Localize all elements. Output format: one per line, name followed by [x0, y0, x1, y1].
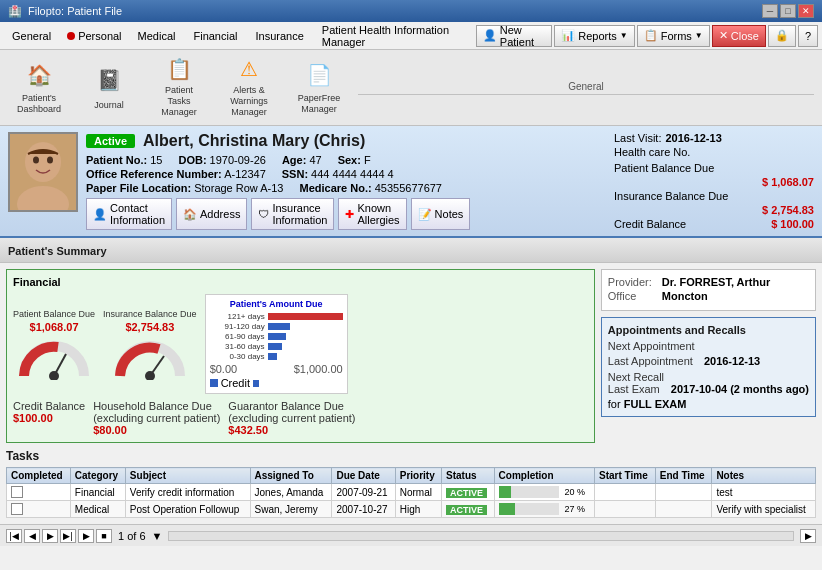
task-due-date-cell: 2007-10-27 — [332, 501, 395, 518]
patient-details: Active Albert, Christina Mary (Chris) Pa… — [86, 132, 606, 230]
office-ref-field: Office Reference Number: A-12347 — [86, 168, 266, 180]
col-priority: Priority — [395, 468, 441, 484]
financial-panel: Financial Patient Balance Due $1,068.07 … — [6, 269, 595, 443]
menu-tab-phim[interactable]: Patient Health Information Manager — [314, 22, 472, 50]
office-row: Office Moncton — [608, 290, 809, 302]
lock-icon: 🔒 — [775, 29, 789, 42]
col-notes: Notes — [712, 468, 816, 484]
completion-text: 27 % — [565, 504, 586, 514]
svg-line-6 — [54, 354, 66, 376]
col-assigned: Assigned To — [250, 468, 332, 484]
next-appt-row: Next Appointment — [608, 340, 809, 352]
dashboard-button[interactable]: 🏠 Patient'sDashboard — [8, 56, 70, 120]
notes-button[interactable]: 📝 Notes — [411, 198, 471, 230]
task-checkbox[interactable] — [11, 486, 23, 498]
provider-box: Provider: Dr. FORREST, Arthur Office Mon… — [601, 269, 816, 311]
reports-icon: 📊 — [561, 29, 575, 42]
age-field: Age: 47 — [282, 154, 322, 166]
new-patient-button[interactable]: 👤 New Patient — [476, 25, 552, 47]
tasks-table: Completed Category Subject Assigned To D… — [6, 467, 816, 518]
paperfree-button[interactable]: 📄 PaperFreeManager — [288, 56, 350, 120]
menu-tab-insurance[interactable]: Insurance — [248, 28, 312, 44]
last-page-button[interactable]: ▶| — [60, 529, 76, 543]
col-due-date: Due Date — [332, 468, 395, 484]
insurance-info-button[interactable]: 🛡 InsuranceInformation — [251, 198, 334, 230]
status-badge-active: ACTIVE — [446, 488, 487, 498]
app-icon: 🏥 — [8, 5, 22, 18]
financial-title: Financial — [13, 276, 588, 288]
window-title: Filopto: Patient File — [28, 5, 122, 17]
patient-no-value: 15 — [150, 154, 162, 166]
journal-button[interactable]: 📓 Journal — [78, 56, 140, 120]
svg-point-1 — [25, 142, 61, 182]
task-due-date-cell: 2007-09-21 — [332, 484, 395, 501]
medicare-field: Medicare No.: 45355677677 — [299, 182, 442, 194]
task-checkbox[interactable] — [11, 503, 23, 515]
appointments-title: Appointments and Recalls — [608, 324, 809, 336]
contact-button[interactable]: 👤 ContactInformation — [86, 198, 172, 230]
prev-page-button[interactable]: ◀ — [24, 529, 40, 543]
menu-tab-personal[interactable]: Personal — [61, 25, 127, 47]
horizontal-scrollbar[interactable] — [168, 531, 794, 541]
bar-31-fill — [268, 343, 282, 350]
insurance-balance-gauge: Insurance Balance Due $2,754.83 — [103, 309, 197, 380]
lock-button[interactable]: 🔒 — [768, 25, 796, 47]
task-priority-cell: High — [395, 501, 441, 518]
address-button[interactable]: 🏠 Address — [176, 198, 247, 230]
help-button[interactable]: ? — [798, 25, 818, 47]
credit-bar — [253, 380, 259, 387]
paper-file-field: Paper File Location: Storage Row A-13 — [86, 182, 283, 194]
insurance-balance-value: $ 2,754.83 — [614, 204, 814, 216]
minimize-button[interactable]: ─ — [762, 4, 778, 18]
menu-tab-financial[interactable]: Financial — [185, 28, 245, 44]
bar-axis: $0.00 $1,000.00 — [210, 363, 343, 375]
reports-button[interactable]: 📊 Reports ▼ — [554, 25, 634, 47]
page-info: 1 of 6 — [118, 530, 146, 542]
scroll-right-button[interactable]: ▶ — [800, 529, 816, 543]
allergies-button[interactable]: ✚ KnownAllergies — [338, 198, 406, 230]
forms-arrow-icon: ▼ — [695, 31, 703, 40]
bar-61-fill — [268, 333, 286, 340]
menu-tab-general[interactable]: General — [4, 28, 59, 44]
close-button[interactable]: ✕ Close — [712, 25, 766, 47]
credit-square — [210, 379, 218, 387]
maximize-button[interactable]: □ — [780, 4, 796, 18]
first-page-button[interactable]: |◀ — [6, 529, 22, 543]
completion-text: 20 % — [565, 487, 586, 497]
contact-icon: 👤 — [93, 208, 107, 221]
menu-tab-medical[interactable]: Medical — [130, 28, 184, 44]
task-start-time-cell — [595, 484, 656, 501]
col-end-time: End Time — [655, 468, 712, 484]
bar-row-31: 31-60 days — [210, 342, 343, 351]
insurance-icon: 🛡 — [258, 208, 269, 220]
next-page-button[interactable]: ▶ — [42, 529, 58, 543]
bar-chart: Patient's Amount Due 121+ days 91-120 da… — [205, 294, 348, 394]
stop-button[interactable]: ■ — [96, 529, 112, 543]
filter-icon[interactable]: ▼ — [152, 530, 163, 542]
tasks-title: Tasks — [6, 449, 816, 463]
patient-balance-value: $ 1,068.07 — [614, 176, 814, 188]
last-visit-row: Last Visit: 2016-12-13 — [614, 132, 814, 144]
credit-balance-row: Credit Balance $ 100.00 — [614, 218, 814, 230]
guarantor-balance-item: Guarantor Balance Due (excluding current… — [228, 400, 355, 436]
patient-name-row: Active Albert, Christina Mary (Chris) — [86, 132, 606, 150]
patient-tasks-button[interactable]: 📋 Patient TasksManager — [148, 56, 210, 120]
forms-button[interactable]: 📋 Forms ▼ — [637, 25, 710, 47]
bar-chart-title: Patient's Amount Due — [210, 299, 343, 309]
patient-name: Albert, Christina Mary (Chris) — [143, 132, 365, 150]
col-completion: Completion — [494, 468, 594, 484]
last-appt-row: Last Appointment 2016-12-13 — [608, 355, 809, 367]
alerts-button[interactable]: ⚠ Alerts & WarningsManager — [218, 56, 280, 120]
play-button[interactable]: ▶ — [78, 529, 94, 543]
task-completed-cell — [7, 484, 71, 501]
paperfree-icon: 📄 — [303, 61, 335, 89]
personal-dot — [67, 32, 75, 40]
window-close-button[interactable]: ✕ — [798, 4, 814, 18]
right-panel: Provider: Dr. FORREST, Arthur Office Mon… — [601, 269, 816, 443]
bar-121-fill — [268, 313, 343, 320]
patient-balance-gauge-label: Patient Balance Due — [13, 309, 95, 319]
task-end-time-cell — [655, 501, 712, 518]
task-status-cell: ACTIVE — [442, 501, 495, 518]
bar-row-91: 91-120 day — [210, 322, 343, 331]
provider-row: Provider: Dr. FORREST, Arthur — [608, 276, 809, 288]
